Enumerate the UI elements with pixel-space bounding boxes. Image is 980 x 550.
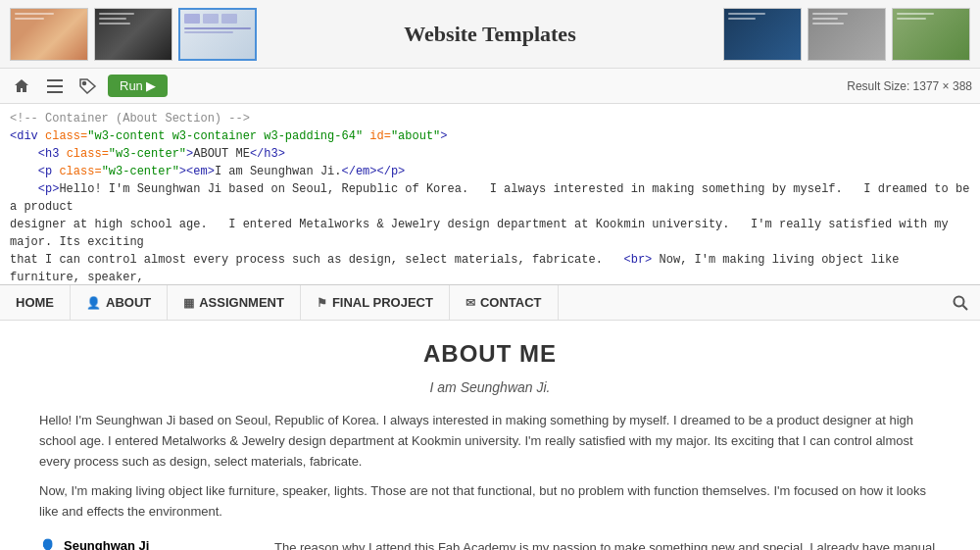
nav-assignment[interactable]: ▦ ASSIGNMENT bbox=[168, 285, 301, 320]
code-editor[interactable]: <!-- Container (About Section) --> <div … bbox=[0, 104, 980, 285]
code-line-5: designer at high school age. I entered M… bbox=[10, 216, 970, 251]
result-size: Result Size: 1377 × 388 bbox=[847, 79, 972, 93]
svg-point-3 bbox=[83, 81, 86, 84]
template-thumb-dark[interactable] bbox=[94, 8, 172, 61]
code-line-2: <h3 class="w3-center">ABOUT ME</h3> bbox=[10, 145, 970, 163]
template-thumb-food[interactable] bbox=[10, 8, 88, 61]
nav-about[interactable]: 👤 ABOUT bbox=[71, 285, 168, 320]
about-reason-text: The reason why I attend this Fab Academy… bbox=[274, 538, 941, 550]
nav-final-project[interactable]: ⚑ FINAL PROJECT bbox=[301, 285, 450, 320]
menu-icon-btn[interactable] bbox=[41, 74, 69, 99]
about-paragraph-2: Now, I'm making living object like furni… bbox=[39, 481, 941, 523]
svg-rect-1 bbox=[47, 85, 63, 87]
svg-rect-2 bbox=[47, 91, 63, 93]
grid-icon: ▦ bbox=[183, 296, 194, 310]
user-icon: 👤 bbox=[86, 296, 101, 310]
user-name: Seunghwan Ji bbox=[64, 538, 149, 550]
about-title: ABOUT ME bbox=[39, 340, 941, 368]
nav-home[interactable]: HOME bbox=[0, 285, 71, 320]
code-line-6: that I can control almost every process … bbox=[10, 251, 970, 285]
toolbar: Run ▶ Result Size: 1377 × 388 bbox=[0, 69, 980, 104]
svg-rect-0 bbox=[47, 79, 63, 81]
user-profile-icon: 👤 bbox=[39, 538, 56, 550]
search-button[interactable] bbox=[941, 285, 980, 320]
run-button[interactable]: Run ▶ bbox=[108, 75, 168, 97]
code-line-comment: <!-- Container (About Section) --> bbox=[10, 110, 970, 127]
svg-point-4 bbox=[955, 296, 964, 306]
template-thumb-blue[interactable] bbox=[723, 8, 802, 61]
preview-area: ABOUT ME I am Seunghwan Ji. Hello! I'm S… bbox=[0, 321, 980, 550]
code-line-3: <p class="w3-center"><em>I am Seunghwan … bbox=[10, 163, 970, 180]
tag-icon-btn[interactable] bbox=[74, 74, 102, 99]
template-thumb-gray[interactable] bbox=[808, 8, 886, 61]
preview-nav: HOME 👤 ABOUT ▦ ASSIGNMENT ⚑ FINAL PROJEC… bbox=[0, 285, 980, 321]
template-thumb-tech[interactable] bbox=[178, 8, 257, 61]
about-user: 👤 Seunghwan Ji bbox=[39, 538, 235, 550]
nav-contact[interactable]: ✉ CONTACT bbox=[450, 285, 559, 320]
template-thumb-green[interactable] bbox=[892, 8, 970, 61]
code-line-1: <div class="w3-content w3-container w3-p… bbox=[10, 127, 970, 145]
about-paragraph-1: Hello! I'm Seunghwan Ji based on Seoul, … bbox=[39, 411, 941, 472]
template-bar: Website Templates bbox=[0, 0, 980, 69]
code-line-4: <p>Hello! I'm Seunghwan Ji based on Seou… bbox=[10, 180, 970, 216]
flag-icon: ⚑ bbox=[317, 296, 327, 310]
about-subtitle: I am Seunghwan Ji. bbox=[39, 379, 941, 395]
home-icon-btn[interactable] bbox=[8, 74, 35, 99]
envelope-icon: ✉ bbox=[466, 296, 475, 310]
template-title: Website Templates bbox=[263, 22, 717, 47]
about-bottom-section: 👤 Seunghwan Ji Photo of Me The reason wh… bbox=[39, 538, 941, 550]
svg-line-5 bbox=[963, 305, 968, 310]
